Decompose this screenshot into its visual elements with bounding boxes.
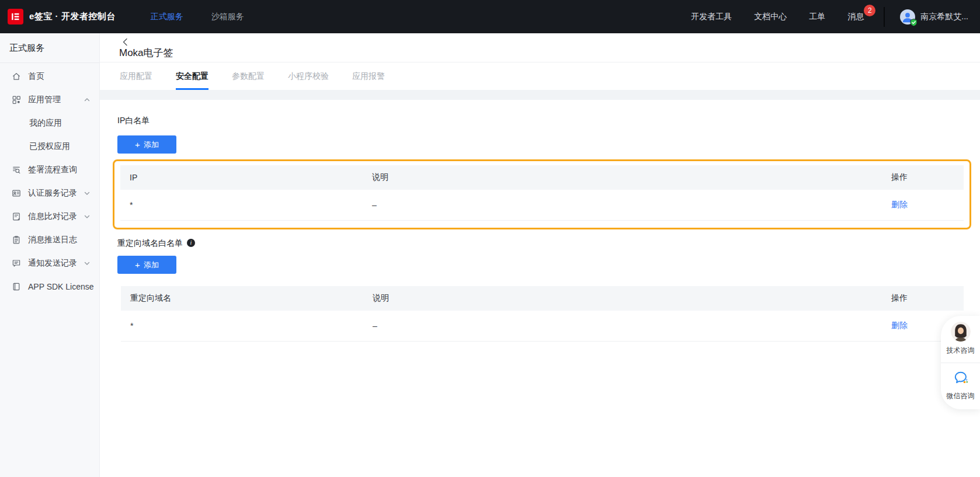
user-name[interactable]: 南京希默艾... (920, 12, 968, 22)
sidebar-item-label: APP SDK License (28, 282, 94, 291)
cell-domain: * (121, 321, 373, 330)
ip-whitelist-table: IP 说明 操作 * – 删除 (120, 165, 964, 221)
sidebar-item-label: 认证服务记录 (28, 188, 77, 199)
sidebar-item-notify-send-records[interactable]: 通知发送记录 (0, 252, 99, 275)
sidebar-menu: 首页 应用管理 我的应用 已授权应用 (0, 63, 99, 298)
sidebar-item-message-push-log[interactable]: 消息推送日志 (0, 228, 99, 252)
header-right: 开发者工具 文档中心 工单 消息 2 南京希默艾... (669, 7, 980, 27)
delete-domain-link[interactable]: 删除 (891, 321, 908, 330)
link-work-order[interactable]: 工单 (809, 12, 825, 22)
sidebar-item-app-management[interactable]: 应用管理 (0, 88, 99, 112)
consult-float-widget: 技术咨询 微信咨询 (941, 316, 980, 409)
sidebar-item-label: 应用管理 (28, 95, 61, 105)
link-messages-label: 消息 (847, 12, 864, 21)
wechat-icon[interactable] (952, 370, 969, 387)
sidebar-item-label: 消息推送日志 (28, 235, 77, 245)
sidebar-item-authorized-apps[interactable]: 已授权应用 (0, 135, 99, 158)
table-row: * – 删除 (120, 190, 964, 221)
column-header-action: 操作 (835, 293, 964, 304)
sidebar-item-label: 签署流程查询 (28, 165, 77, 175)
cell-desc: – (373, 321, 835, 330)
link-doc-center[interactable]: 文档中心 (754, 12, 787, 22)
tech-consult-label[interactable]: 技术咨询 (947, 346, 975, 356)
brand-title: e签宝 · 开发者控制台 (29, 11, 116, 22)
chevron-down-icon (84, 260, 91, 267)
sidebar-item-home[interactable]: 首页 (0, 65, 99, 88)
tab-app-alert[interactable]: 应用报警 (352, 62, 385, 90)
sidebar-item-label: 信息比对记录 (28, 211, 77, 222)
info-icon[interactable]: i (187, 239, 195, 247)
table-header-row: 重定向域名 说明 操作 (121, 286, 964, 311)
page-title: Moka电子签 (119, 46, 173, 60)
add-ip-button[interactable]: + 添加 (117, 135, 176, 154)
nav-production-service[interactable]: 正式服务 (151, 12, 183, 22)
sidebar-item-auth-service-records[interactable]: 认证服务记录 (0, 182, 99, 205)
delete-ip-link[interactable]: 删除 (891, 200, 908, 209)
plus-icon: + (135, 140, 140, 149)
tab-security-config[interactable]: 安全配置 (176, 62, 208, 90)
consultant-avatar[interactable] (951, 322, 971, 342)
add-redirect-button-label: 添加 (144, 260, 159, 270)
chevron-down-icon (84, 213, 91, 220)
ip-whitelist-title: IP白名单 (117, 114, 964, 126)
page-header: Moka电子签 (100, 33, 980, 62)
column-header-ip: IP (120, 173, 372, 182)
top-header: e签宝 · 开发者控制台 正式服务 沙箱服务 开发者工具 文档中心 工单 消息 … (0, 0, 980, 33)
add-ip-button-label: 添加 (144, 140, 159, 150)
table-row: * – 删除 (121, 311, 964, 342)
back-button[interactable] (121, 37, 130, 47)
chevron-up-icon (84, 96, 91, 103)
column-header-action: 操作 (835, 172, 964, 183)
wechat-consult-label[interactable]: 微信咨询 (947, 391, 975, 401)
consultant-photo-icon (951, 322, 971, 342)
tab-content-separator (100, 90, 980, 100)
redirect-whitelist-table: 重定向域名 说明 操作 * – 删除 (121, 286, 964, 342)
redirect-whitelist-title-label: 重定向域名白名单 (117, 237, 183, 249)
cell-desc: – (372, 200, 835, 210)
esign-logo-icon[interactable] (8, 9, 23, 25)
notify-icon (12, 259, 21, 268)
tab-app-config[interactable]: 应用配置 (120, 62, 152, 90)
security-config-panel: IP白名单 + 添加 IP 说明 操作 * – 删除 重定向域名白名单 (100, 114, 980, 342)
nav-sandbox-service[interactable]: 沙箱服务 (211, 12, 244, 22)
sidebar-item-label: 已授权应用 (29, 141, 70, 152)
sidebar-title: 正式服务 (0, 33, 99, 62)
logo-glyph (11, 12, 20, 22)
log-icon (12, 235, 21, 245)
cell-ip: * (120, 200, 372, 210)
tab-param-config[interactable]: 参数配置 (232, 62, 265, 90)
column-header-domain: 重定向域名 (121, 293, 373, 304)
home-icon (12, 72, 21, 81)
id-card-icon (12, 189, 21, 198)
sidebar-item-info-compare-records[interactable]: 信息比对记录 (0, 205, 99, 228)
chevron-down-icon (84, 190, 91, 197)
user-avatar[interactable] (900, 9, 915, 25)
link-developer-tools[interactable]: 开发者工具 (691, 12, 732, 22)
compare-icon (12, 212, 21, 221)
sidebar-item-my-apps[interactable]: 我的应用 (0, 112, 99, 135)
add-redirect-domain-button[interactable]: + 添加 (117, 256, 176, 274)
chevron-left-icon (121, 37, 130, 47)
column-header-desc: 说明 (373, 293, 835, 304)
redirect-whitelist-title: 重定向域名白名单 i (117, 237, 964, 249)
message-count-badge: 2 (864, 5, 875, 16)
sidebar-item-sign-flow-query[interactable]: 签署流程查询 (0, 158, 99, 182)
wechat-bubble-icon (952, 370, 969, 387)
column-header-desc: 说明 (372, 172, 835, 183)
table-header-row: IP 说明 操作 (120, 165, 964, 190)
link-messages[interactable]: 消息 2 (847, 12, 864, 22)
verified-shield-icon (910, 19, 918, 26)
header-divider (884, 7, 885, 27)
widget-divider (941, 363, 980, 363)
sidebar-item-app-sdk-license[interactable]: APP SDK License (0, 275, 99, 298)
plus-icon: + (135, 260, 140, 269)
flow-search-icon (12, 165, 21, 175)
tab-bar: 应用配置 安全配置 参数配置 小程序校验 应用报警 (100, 62, 980, 90)
license-icon (12, 282, 21, 291)
top-nav: 正式服务 沙箱服务 (151, 12, 244, 22)
tab-miniprogram-check[interactable]: 小程序校验 (288, 62, 329, 90)
apps-icon (12, 95, 21, 105)
sidebar-item-label: 首页 (28, 71, 44, 82)
sidebar-item-label: 我的应用 (29, 118, 62, 128)
sidebar: 正式服务 首页 应用管理 (0, 33, 100, 477)
